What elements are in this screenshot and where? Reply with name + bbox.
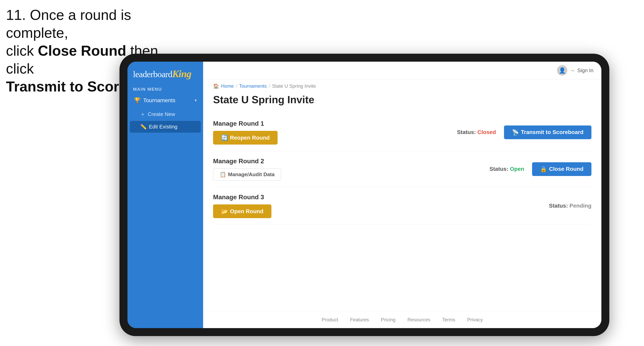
footer-product[interactable]: Product	[322, 317, 338, 323]
tablet-screen: leaderboardKing MAIN MENU 🏆 Tournaments …	[128, 62, 602, 328]
sidebar-item-edit-existing[interactable]: ✏️ Edit Existing	[130, 121, 201, 133]
sidebar: leaderboardKing MAIN MENU 🏆 Tournaments …	[128, 62, 203, 328]
breadcrumb-tournaments[interactable]: Tournaments	[239, 83, 267, 89]
footer-features[interactable]: Features	[350, 317, 369, 323]
footer-resources[interactable]: Resources	[408, 317, 430, 323]
breadcrumb-sep-2: /	[269, 83, 270, 89]
plus-icon: ＋	[140, 111, 145, 118]
round-2-title: Manage Round 2	[213, 158, 281, 165]
breadcrumb: 🏠 Home / Tournaments / State U Spring In…	[203, 79, 602, 89]
breadcrumb-sep-1: /	[236, 83, 237, 89]
sidebar-nav: 🏆 Tournaments ▾ ＋ Create New ✏️ Edit Exi…	[128, 93, 203, 328]
sign-in-arrow-icon: →	[570, 67, 575, 74]
page-title: State U Spring Invite	[213, 94, 592, 106]
transmit-icon: 📡	[512, 129, 519, 136]
close-round-button[interactable]: 🔒 Close Round	[532, 162, 592, 176]
sidebar-tournaments-label: Tournaments	[143, 97, 176, 104]
round-1-status-value: Closed	[477, 129, 496, 135]
sign-in-area[interactable]: 👤 → Sign In	[557, 65, 594, 76]
app-container: leaderboardKing MAIN MENU 🏆 Tournaments …	[128, 62, 602, 328]
sidebar-item-create-new[interactable]: ＋ Create New	[130, 108, 201, 121]
round-1-title: Manage Round 1	[213, 120, 278, 127]
avatar: 👤	[557, 65, 567, 76]
round-2-status: Status: Open	[490, 166, 524, 172]
chevron-down-icon: ▾	[194, 98, 197, 103]
round-1-status: Status: Closed	[457, 129, 496, 135]
lock-icon: 🔒	[540, 166, 547, 173]
open-round-button[interactable]: 📂 Open Round	[213, 204, 272, 218]
round-3-title: Manage Round 3	[213, 193, 272, 201]
reopen-round-button[interactable]: 🔄 Reopen Round	[213, 131, 278, 145]
footer-privacy[interactable]: Privacy	[467, 317, 483, 323]
home-icon: 🏠	[213, 83, 219, 89]
round-1-section: Manage Round 1 🔄 Reopen Round Status: Cl…	[213, 114, 592, 151]
sign-in-label: Sign In	[577, 67, 594, 74]
reopen-icon: 🔄	[221, 134, 228, 141]
main-content: 👤 → Sign In 🏠 Home / Tournaments / State…	[203, 62, 602, 328]
edit-icon: ✏️	[140, 124, 146, 130]
tablet-frame: leaderboardKing MAIN MENU 🏆 Tournaments …	[120, 54, 609, 336]
footer: Product Features Pricing Resources Terms…	[203, 311, 602, 328]
sidebar-logo: leaderboardKing	[128, 62, 203, 84]
round-3-section: Manage Round 3 📂 Open Round Status: Pend…	[213, 187, 592, 225]
round-3-status-value: Pending	[570, 203, 592, 209]
logo-king: King	[172, 68, 191, 79]
topbar: 👤 → Sign In	[203, 62, 602, 79]
page-content: State U Spring Invite Manage Round 1 🔄 R…	[203, 89, 602, 311]
round-3-status: Status: Pending	[549, 203, 592, 209]
footer-terms[interactable]: Terms	[442, 317, 455, 323]
sidebar-item-tournaments[interactable]: 🏆 Tournaments ▾	[130, 93, 201, 107]
create-new-label: Create New	[148, 111, 175, 117]
transmit-to-scoreboard-button[interactable]: 📡 Transmit to Scoreboard	[504, 126, 592, 139]
round-2-section: Manage Round 2 📋 Manage/Audit Data Statu…	[213, 151, 592, 187]
footer-pricing[interactable]: Pricing	[381, 317, 396, 323]
open-round-icon: 📂	[221, 208, 228, 214]
trophy-icon: 🏆	[134, 97, 141, 104]
breadcrumb-current: State U Spring Invite	[272, 83, 316, 89]
main-menu-label: MAIN MENU	[128, 84, 203, 93]
edit-existing-label: Edit Existing	[149, 124, 178, 130]
logo-leaderboard: leaderboard	[133, 69, 172, 79]
breadcrumb-home[interactable]: Home	[221, 83, 234, 89]
audit-icon: 📋	[220, 172, 226, 177]
manage-audit-data-button[interactable]: 📋 Manage/Audit Data	[213, 169, 281, 180]
round-2-status-value: Open	[510, 166, 524, 172]
